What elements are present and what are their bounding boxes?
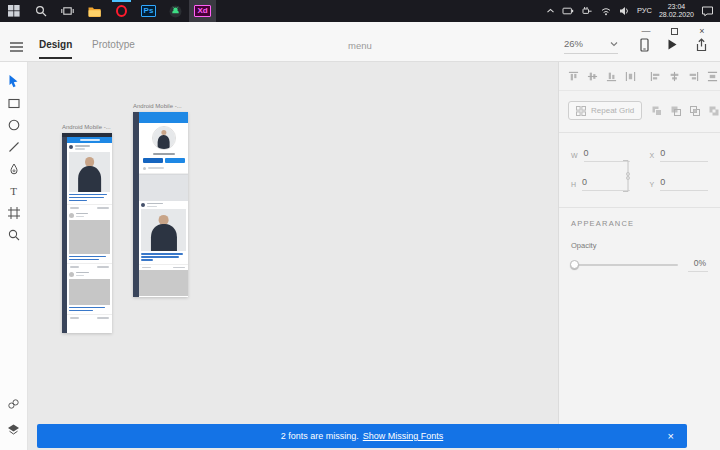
opera-browser-button[interactable] xyxy=(108,0,135,22)
task-view-button[interactable] xyxy=(54,0,81,22)
rectangle-tool[interactable] xyxy=(0,92,27,114)
battery-icon[interactable] xyxy=(562,6,574,16)
screen: Ps Xd РУС xyxy=(0,0,720,450)
artboard-1-label[interactable]: Android Mobile -... xyxy=(62,124,111,130)
post-meta xyxy=(67,314,112,321)
opera-icon xyxy=(116,5,127,17)
document-title: menu xyxy=(348,40,372,51)
android-studio-button[interactable] xyxy=(162,0,189,22)
design-canvas[interactable]: Android Mobile -... xyxy=(28,62,558,450)
y-value[interactable]: 0 xyxy=(660,177,708,191)
align-bottom-button[interactable] xyxy=(606,71,617,82)
post-caption xyxy=(67,254,112,263)
select-tool[interactable] xyxy=(0,70,27,92)
artboard-2-label[interactable]: Android Mobile -... xyxy=(133,103,182,109)
action-center-icon[interactable] xyxy=(701,5,714,17)
lock-aspect-link-icon[interactable] xyxy=(622,159,632,193)
boolean-group xyxy=(651,105,720,117)
follow-button xyxy=(143,158,163,163)
minimize-button[interactable]: — xyxy=(632,23,660,39)
window-controls: — × xyxy=(632,23,716,39)
start-button[interactable] xyxy=(0,0,27,22)
pen-tool[interactable] xyxy=(0,158,27,180)
line-tool[interactable] xyxy=(0,136,27,158)
language-indicator[interactable]: РУС xyxy=(637,7,652,15)
text-tool[interactable]: T xyxy=(0,180,27,202)
show-hidden-icons-chevron[interactable] xyxy=(546,7,555,15)
distribute-vertical-button[interactable] xyxy=(625,71,636,82)
align-right-button[interactable] xyxy=(688,71,699,82)
repeat-grid-icon xyxy=(576,106,586,116)
avatar xyxy=(69,272,74,277)
opacity-control: 0% xyxy=(571,258,708,272)
avatar xyxy=(141,203,145,207)
post-caption xyxy=(139,251,188,263)
align-horizontal-center-button[interactable] xyxy=(669,71,680,82)
artboard-tool[interactable] xyxy=(0,202,27,224)
y-field[interactable]: Y 0 xyxy=(650,177,709,191)
banner-close-icon[interactable]: × xyxy=(668,430,674,442)
post-header xyxy=(139,201,188,210)
adobe-xd-icon: Xd xyxy=(194,5,210,17)
hamburger-menu-icon[interactable] xyxy=(9,41,24,53)
width-field[interactable]: W 0 xyxy=(571,148,630,162)
artboard-2[interactable] xyxy=(133,112,188,297)
height-field[interactable]: H 0 xyxy=(571,177,630,191)
align-left-button[interactable] xyxy=(650,71,661,82)
network-wifi-icon[interactable] xyxy=(600,6,612,16)
boolean-exclude-button[interactable] xyxy=(708,105,720,117)
app-bar xyxy=(139,112,188,123)
profile-name xyxy=(153,153,175,155)
search-icon xyxy=(35,5,47,17)
x-value[interactable]: 0 xyxy=(660,148,708,162)
transform-section: W 0 X 0 H 0 Y 0 xyxy=(559,133,720,208)
post-header xyxy=(67,143,112,152)
plug-connection-icon[interactable] xyxy=(581,6,593,16)
device-preview-button[interactable] xyxy=(639,38,650,52)
assets-panel-button[interactable] xyxy=(0,398,27,410)
distribute-horizontal-button[interactable] xyxy=(707,71,718,82)
task-view-icon xyxy=(61,5,74,17)
chevron-down-icon xyxy=(610,41,618,47)
x-label: X xyxy=(650,152,655,162)
tools-panel: T xyxy=(0,62,28,450)
x-field[interactable]: X 0 xyxy=(650,148,709,162)
layers-panel-button[interactable] xyxy=(0,423,27,436)
share-export-button[interactable] xyxy=(695,38,708,52)
zoom-level-dropdown[interactable]: 26% xyxy=(564,38,618,54)
maximize-icon xyxy=(671,28,678,35)
taskbar-search-button[interactable] xyxy=(27,0,54,22)
boolean-add-button[interactable] xyxy=(651,105,663,117)
tab-prototype[interactable]: Prototype xyxy=(92,39,135,57)
boolean-subtract-button[interactable] xyxy=(670,105,682,117)
ellipse-tool[interactable] xyxy=(0,114,27,136)
windows-taskbar: Ps Xd РУС xyxy=(0,0,720,22)
maximize-button[interactable] xyxy=(660,23,688,39)
close-button[interactable]: × xyxy=(688,23,716,39)
tab-design[interactable]: Design xyxy=(39,39,72,59)
folder-icon xyxy=(88,6,101,17)
missing-fonts-banner: 2 fonts are missing. Show Missing Fonts … xyxy=(37,424,687,448)
opacity-value[interactable]: 0% xyxy=(688,258,708,272)
zoom-level-value: 26% xyxy=(564,38,583,49)
align-top-button[interactable] xyxy=(568,71,579,82)
windows-logo-icon xyxy=(8,5,20,17)
desktop-preview-play-button[interactable] xyxy=(666,38,678,51)
file-explorer-button[interactable] xyxy=(81,0,108,22)
taskbar-clock[interactable]: 23:04 28.02.2020 xyxy=(659,3,694,20)
android-studio-icon xyxy=(169,5,182,18)
boolean-intersect-button[interactable] xyxy=(689,105,701,117)
photoshop-button[interactable]: Ps xyxy=(135,0,162,22)
volume-icon[interactable] xyxy=(619,6,630,16)
feed xyxy=(67,143,112,333)
opacity-slider-knob[interactable] xyxy=(570,260,579,269)
artboard-1[interactable] xyxy=(62,133,112,333)
adobe-xd-button[interactable]: Xd xyxy=(189,0,216,22)
opacity-slider[interactable] xyxy=(571,264,678,266)
repeat-grid-button[interactable]: Repeat Grid xyxy=(568,101,642,120)
align-vertical-center-button[interactable] xyxy=(587,71,598,82)
show-missing-fonts-link[interactable]: Show Missing Fonts xyxy=(363,431,444,441)
zoom-tool[interactable] xyxy=(0,224,27,246)
select-cursor-icon xyxy=(7,74,20,88)
text-tool-icon: T xyxy=(10,185,17,197)
